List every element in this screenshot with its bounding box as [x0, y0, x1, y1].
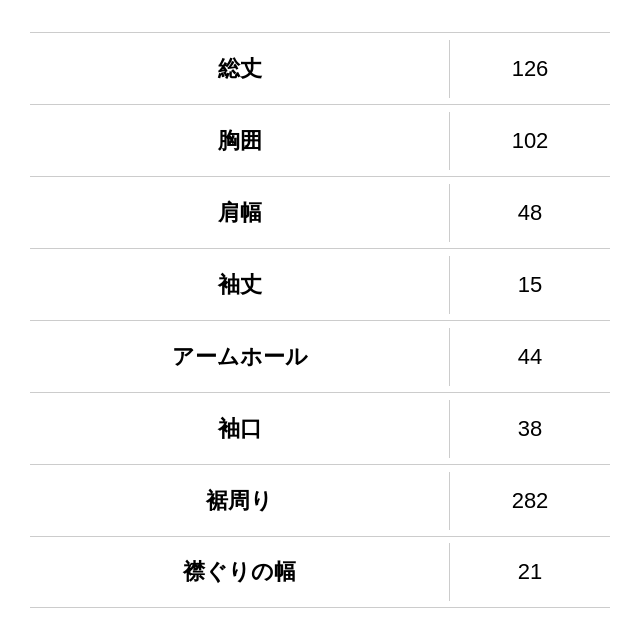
- table-row: 袖丈15: [30, 248, 610, 320]
- row-label: 襟ぐりの幅: [30, 543, 450, 601]
- row-value: 102: [450, 114, 610, 168]
- measurements-table: 総丈126胸囲102肩幅48袖丈15アームホール44袖口38裾周り282襟ぐりの…: [30, 32, 610, 608]
- table-row: 総丈126: [30, 32, 610, 104]
- row-label: 袖口: [30, 400, 450, 458]
- table-row: 袖口38: [30, 392, 610, 464]
- row-value: 48: [450, 186, 610, 240]
- row-label: 総丈: [30, 40, 450, 98]
- table-row: アームホール44: [30, 320, 610, 392]
- row-value: 15: [450, 258, 610, 312]
- row-value: 44: [450, 330, 610, 384]
- table-row: 肩幅48: [30, 176, 610, 248]
- row-label: 袖丈: [30, 256, 450, 314]
- row-label: 肩幅: [30, 184, 450, 242]
- table-row: 裾周り282: [30, 464, 610, 536]
- row-label: 裾周り: [30, 472, 450, 530]
- row-value: 126: [450, 42, 610, 96]
- row-label: 胸囲: [30, 112, 450, 170]
- table-row: 襟ぐりの幅21: [30, 536, 610, 608]
- table-row: 胸囲102: [30, 104, 610, 176]
- row-value: 21: [450, 545, 610, 599]
- row-value: 38: [450, 402, 610, 456]
- row-label: アームホール: [30, 328, 450, 386]
- row-value: 282: [450, 474, 610, 528]
